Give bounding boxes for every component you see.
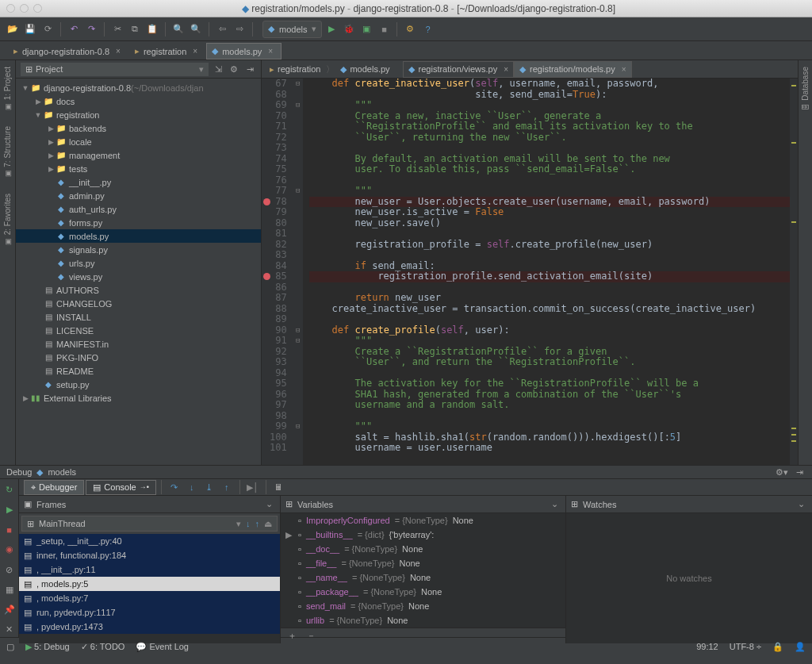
frame-row[interactable]: ▤_setup, __init__.py:40 — [19, 534, 280, 548]
hide-icon[interactable]: ⇥ — [793, 464, 806, 480]
tree-item[interactable]: ▶📁backends — [16, 121, 261, 135]
close-icon[interactable]: × — [504, 65, 508, 74]
resume-icon[interactable]: ▶ — [2, 502, 17, 517]
remove-icon[interactable]: － — [304, 628, 317, 644]
step-into-icon[interactable]: ↓ — [184, 479, 200, 495]
tab-console[interactable]: ▤Console→• — [86, 480, 156, 495]
gear-icon[interactable]: ⚙▾ — [776, 464, 788, 480]
tree-item[interactable]: ▶▮▮External Libraries — [16, 391, 261, 405]
minimize-icon[interactable]: ⌄ — [262, 497, 275, 512]
tool-window-toggle-icon[interactable]: ▢ — [6, 642, 14, 652]
replace-icon[interactable]: 🔍 — [188, 21, 204, 37]
tree-item[interactable]: ◆admin.py — [16, 189, 261, 202]
run-to-cursor-icon[interactable]: ▶│ — [245, 479, 261, 495]
evaluate-icon[interactable]: 🖩 — [271, 479, 287, 495]
minimize-icon[interactable]: ⌄ — [548, 497, 561, 512]
run-config-selector[interactable]: ◆ models ▾ — [262, 21, 322, 38]
collapse-icon[interactable]: ⇲ — [212, 61, 224, 77]
step-over-icon[interactable]: ↷ — [167, 479, 182, 495]
step-into-my-icon[interactable]: ⤓ — [201, 479, 217, 495]
tree-item[interactable]: ▶📁docs — [16, 94, 261, 108]
frame-row[interactable]: ▤, models.py:7 — [19, 591, 280, 605]
tab-debugger[interactable]: ⌖Debugger — [24, 480, 84, 495]
tree-item[interactable]: ◆models.py — [16, 229, 261, 243]
hide-icon[interactable]: ⇥ — [243, 61, 256, 77]
add-icon[interactable]: ＋ — [285, 628, 298, 644]
breadcrumb[interactable]: ▸registration 〉 ◆models.py — [266, 63, 393, 75]
tree-item[interactable]: ◆urls.py — [16, 256, 261, 270]
tree-item[interactable]: ◆signals.py — [16, 243, 261, 256]
status-eventlog[interactable]: 💬 Event Log — [136, 642, 189, 652]
find-icon[interactable]: 🔍 — [170, 21, 186, 37]
close-icon[interactable]: × — [622, 65, 626, 74]
frame-row[interactable]: ▤, __init__.py:11 — [19, 562, 280, 577]
tree-item[interactable]: ▶📁tests — [16, 162, 261, 175]
nav-tab[interactable]: ▸django-registration-0.8× — [8, 43, 129, 59]
tree-item[interactable]: ▤PKG-INFO — [16, 351, 261, 364]
variable-row[interactable]: ▫__package__ = {NoneType} None — [281, 585, 565, 599]
editor-tab[interactable]: ◆registration/views.py× — [403, 61, 515, 78]
tree-item[interactable]: ◆auth_urls.py — [16, 202, 261, 216]
frame-row[interactable]: ▤inner, functional.py:184 — [19, 548, 280, 562]
tree-item[interactable]: ▤LICENSE — [16, 324, 261, 337]
frame-row[interactable]: ▤, models.py:5 — [19, 577, 280, 591]
variable-row[interactable]: ▫urllib = {NoneType} None — [281, 613, 565, 628]
tree-item[interactable]: ◆forms.py — [16, 216, 261, 229]
variable-row[interactable]: ▫__doc__ = {NoneType} None — [281, 542, 565, 556]
encoding[interactable]: UTF-8 ÷ — [730, 642, 761, 651]
variable-row[interactable]: ▫ImproperlyConfigured = {NoneType} None — [281, 513, 565, 528]
variable-row[interactable]: ▶▫__builtins__ = {dict} {'bytearray': — [281, 528, 565, 542]
inspector-icon[interactable]: 👤 — [795, 642, 806, 652]
side-tool-favorites[interactable]: ▣2: Favorites — [3, 190, 12, 248]
paste-icon[interactable]: 📋 — [144, 21, 160, 37]
nav-tab[interactable]: ▸registration× — [129, 43, 206, 59]
tree-item[interactable]: ▶📁locale — [16, 135, 261, 148]
gear-icon[interactable]: ⚙ — [228, 61, 240, 77]
close-icon[interactable]: × — [268, 47, 273, 56]
project-view-selector[interactable]: ⊞Project▾ — [21, 63, 209, 76]
zoom-window-icon[interactable] — [33, 4, 42, 13]
thread-selector[interactable]: ⊞MainThread▾ ↓↑⏏ — [21, 516, 278, 532]
code-editor[interactable]: 6768697071727374757677787980818283848586… — [262, 79, 798, 465]
coverage-icon[interactable]: ▣ — [358, 21, 374, 37]
close-icon[interactable]: ✕ — [2, 622, 17, 637]
tree-item[interactable]: ▤INSTALL — [16, 310, 261, 324]
minimize-window-icon[interactable] — [20, 4, 29, 13]
lock-icon[interactable]: 🔒 — [772, 642, 783, 652]
nav-tab[interactable]: ◆models.py× — [206, 43, 282, 59]
side-tool-structure[interactable]: ▣7: Structure — [3, 123, 12, 181]
variable-row[interactable]: ▫send_mail = {NoneType} None — [281, 599, 565, 613]
rerun-icon[interactable]: ↻ — [2, 482, 17, 497]
side-tool-database[interactable]: 🗄Database — [801, 63, 810, 114]
close-icon[interactable]: × — [193, 47, 197, 56]
tree-item[interactable]: ▤AUTHORS — [16, 283, 261, 297]
project-tree[interactable]: ▼📁django-registration-0.8 (~/Downloads/d… — [16, 79, 261, 465]
minimize-icon[interactable]: ⌄ — [795, 497, 807, 512]
debug-icon[interactable]: 🐞 — [341, 21, 357, 37]
tree-item[interactable]: ▼📁registration — [16, 108, 261, 121]
forward-icon[interactable]: ⇨ — [232, 21, 247, 37]
variable-row[interactable]: ▫__file__ = {NoneType} None — [281, 556, 565, 570]
settings-icon[interactable]: ⚙ — [402, 21, 418, 37]
marker-strip[interactable] — [790, 79, 798, 465]
layout-icon[interactable]: ▦ — [2, 582, 17, 597]
sync-icon[interactable]: ⟳ — [40, 21, 56, 37]
tree-item[interactable]: ▤README — [16, 364, 261, 378]
help-icon[interactable]: ? — [419, 21, 435, 37]
close-window-icon[interactable] — [6, 4, 15, 13]
back-icon[interactable]: ⇦ — [214, 21, 230, 37]
tree-item[interactable]: ◆views.py — [16, 270, 261, 283]
status-debug[interactable]: ▶ 5: Debug — [25, 642, 70, 652]
copy-icon[interactable]: ⧉ — [127, 21, 143, 37]
tree-item[interactable]: ▼📁django-registration-0.8 (~/Downloads/d… — [16, 81, 261, 94]
breakpoints-icon[interactable]: ◉ — [2, 542, 17, 557]
pin-icon[interactable]: 📌 — [2, 602, 17, 617]
stop-icon[interactable]: ■ — [376, 21, 392, 37]
tree-item[interactable]: ▤CHANGELOG — [16, 297, 261, 310]
undo-icon[interactable]: ↶ — [66, 21, 82, 37]
editor-tab[interactable]: ◆registration/models.py× — [514, 61, 631, 78]
frame-row[interactable]: ▤, pydevd.py:1473 — [19, 620, 280, 634]
run-icon[interactable]: ▶ — [324, 21, 339, 37]
step-out-icon[interactable]: ↑ — [219, 479, 235, 495]
stop-icon[interactable]: ■ — [2, 522, 17, 537]
